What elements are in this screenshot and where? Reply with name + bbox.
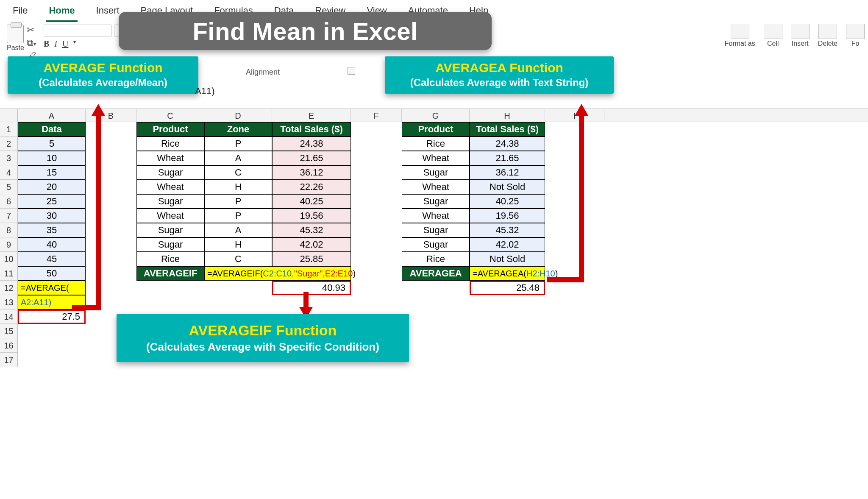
menu-insert[interactable]: Insert (94, 3, 122, 22)
cell[interactable]: 10 (18, 151, 86, 165)
cell[interactable]: P (204, 209, 272, 223)
cell[interactable]: H (204, 237, 272, 252)
cell[interactable]: H (204, 180, 272, 194)
cell[interactable]: 30 (18, 209, 86, 223)
row-header[interactable]: 1 (0, 122, 18, 137)
row-header[interactable]: 15 (0, 324, 18, 338)
cell[interactable]: 45 (18, 252, 86, 266)
cell[interactable]: Sugar (136, 223, 204, 237)
cell[interactable]: 21.65 (470, 151, 545, 165)
col-header-D[interactable]: D (204, 109, 272, 122)
cell[interactable]: Sugar (136, 237, 204, 252)
cell[interactable]: A (204, 151, 272, 165)
cell[interactable]: 25.85 (272, 252, 351, 266)
row-header[interactable]: 14 (0, 309, 18, 324)
delete-cells-button[interactable]: Delete (818, 24, 837, 47)
averageif-formula[interactable]: =AVERAGEIF(C2:C10,"Sugar",E2:E10) (204, 266, 351, 281)
cell[interactable]: Product (402, 122, 470, 137)
cell[interactable]: 50 (18, 266, 86, 281)
cell[interactable]: Wheat (136, 180, 204, 194)
cell[interactable]: Total Sales ($) (272, 122, 351, 137)
col-header-E[interactable]: E (272, 109, 351, 122)
col-header-C[interactable]: C (136, 109, 204, 122)
row-header[interactable]: 16 (0, 338, 18, 353)
row-header[interactable]: 13 (0, 295, 18, 309)
averageif-result[interactable]: 40.93 (272, 281, 351, 295)
cell[interactable]: Wheat (136, 209, 204, 223)
cell[interactable]: Zone (204, 122, 272, 137)
cell[interactable]: Data (18, 122, 86, 137)
cell[interactable]: 36.12 (470, 165, 545, 180)
cell[interactable]: 40.25 (470, 194, 545, 209)
bold-button[interactable]: B (44, 39, 49, 49)
row-header[interactable]: 12 (0, 281, 18, 295)
row-header[interactable]: 6 (0, 194, 18, 209)
underline-chevron-icon[interactable]: ▾ (73, 39, 76, 49)
cell[interactable]: 15 (18, 165, 86, 180)
cell[interactable]: Wheat (402, 180, 470, 194)
cell[interactable]: 21.65 (272, 151, 351, 165)
row-header[interactable]: 10 (0, 252, 18, 266)
row-header[interactable]: 17 (0, 353, 18, 367)
cell[interactable]: Rice (136, 137, 204, 151)
cell[interactable]: 25 (18, 194, 86, 209)
cell[interactable]: 35 (18, 223, 86, 237)
cell[interactable]: Sugar (136, 165, 204, 180)
cell[interactable]: Not Sold (470, 252, 545, 266)
cell[interactable]: 5 (18, 137, 86, 151)
alignment-dialog-launcher-icon[interactable] (348, 67, 355, 75)
cell[interactable]: Sugar (402, 165, 470, 180)
cell[interactable]: 20 (18, 180, 86, 194)
cell[interactable]: Sugar (402, 194, 470, 209)
cell[interactable]: Sugar (402, 223, 470, 237)
row-header[interactable]: 3 (0, 151, 18, 165)
cell[interactable]: 42.02 (470, 237, 545, 252)
cell[interactable]: 45.32 (272, 223, 351, 237)
col-header-A[interactable]: A (18, 109, 86, 122)
cell[interactable]: C (204, 252, 272, 266)
cell[interactable]: 24.38 (470, 137, 545, 151)
cell[interactable]: 40.25 (272, 194, 351, 209)
paste-icon[interactable] (7, 25, 24, 43)
cell[interactable]: 45.32 (470, 223, 545, 237)
col-header-F[interactable]: F (351, 109, 402, 122)
format-cells-button[interactable]: Fo (846, 24, 865, 47)
row-header[interactable]: 5 (0, 180, 18, 194)
cell[interactable]: AVERAGEIF (136, 266, 204, 281)
cell[interactable]: 42.02 (272, 237, 351, 252)
menu-home[interactable]: Home (46, 3, 77, 22)
average-result[interactable]: 27.5 (18, 309, 86, 324)
menu-file[interactable]: File (10, 3, 30, 22)
row-header[interactable]: 4 (0, 165, 18, 180)
cell[interactable]: Wheat (402, 151, 470, 165)
formula-bar-fragment[interactable]: A11) (195, 86, 214, 97)
cell[interactable]: Sugar (402, 237, 470, 252)
col-header-H[interactable]: H (470, 109, 545, 122)
row-header[interactable]: 7 (0, 209, 18, 223)
cut-icon[interactable]: ✂ (27, 25, 36, 36)
cell[interactable]: Rice (136, 252, 204, 266)
cell[interactable]: AVERAGEA (402, 266, 470, 281)
font-name-select[interactable] (44, 25, 111, 36)
italic-button[interactable]: I (54, 39, 57, 49)
cell[interactable]: 22.26 (272, 180, 351, 194)
row-header[interactable]: 11 (0, 266, 18, 281)
cell[interactable]: C (204, 165, 272, 180)
cell[interactable]: Wheat (402, 209, 470, 223)
averagea-formula[interactable]: =AVERAGEA(H2:H10) (470, 266, 545, 281)
col-header-G[interactable]: G (402, 109, 470, 122)
underline-button[interactable]: U (62, 39, 68, 49)
cell[interactable]: Product (136, 122, 204, 137)
row-header[interactable]: 2 (0, 137, 18, 151)
cell[interactable]: P (204, 194, 272, 209)
cell[interactable]: 19.56 (470, 209, 545, 223)
cell-styles-button[interactable]: Cell (764, 24, 782, 47)
cell[interactable]: =AVERAGE( (18, 281, 86, 295)
cell[interactable]: Sugar (136, 194, 204, 209)
row-header[interactable]: 9 (0, 237, 18, 252)
row-header[interactable]: 8 (0, 223, 18, 237)
cell[interactable]: Rice (402, 252, 470, 266)
copy-icon[interactable]: ⧉▾ (27, 37, 36, 48)
cell[interactable]: Total Sales ($) (470, 122, 545, 137)
format-as-table-button[interactable]: Format as (725, 24, 755, 47)
